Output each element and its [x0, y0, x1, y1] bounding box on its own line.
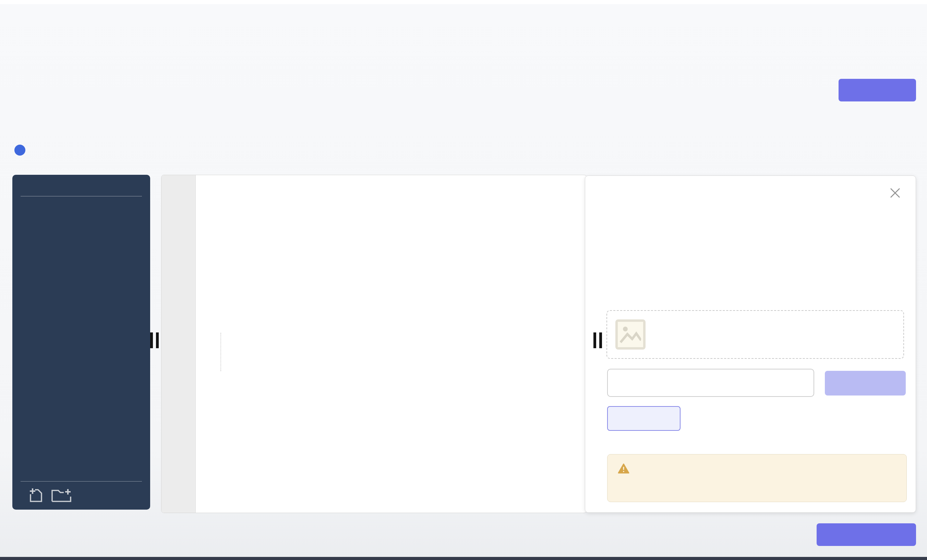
icon-url-input[interactable]	[607, 369, 814, 397]
git-help-row[interactable]	[14, 145, 33, 156]
sidebar-resize-handle[interactable]	[150, 332, 159, 348]
save-release-button[interactable]	[817, 523, 916, 546]
yaml-editor[interactable]	[161, 175, 587, 513]
editor-gutter	[161, 175, 196, 513]
new-file-icon[interactable]	[27, 487, 44, 504]
promote-button[interactable]	[839, 79, 916, 102]
sidebar-divider	[21, 196, 142, 196]
image-placeholder-icon	[615, 319, 646, 349]
help-resize-handle[interactable]	[593, 332, 602, 348]
file-sidebar	[12, 175, 150, 510]
new-folder-icon[interactable]	[51, 487, 72, 504]
indent-guide	[220, 333, 221, 371]
breadcrumb	[14, 15, 23, 26]
preflight-warning-box	[607, 454, 907, 502]
warning-icon	[618, 463, 629, 473]
icon-dropzone[interactable]	[606, 310, 904, 359]
sidebar-actions	[12, 481, 150, 510]
bottom-strip	[0, 557, 927, 560]
release-editor-page	[0, 0, 927, 560]
cancel-button[interactable]	[607, 406, 681, 431]
preview-button[interactable]	[825, 371, 906, 396]
close-icon[interactable]	[890, 187, 901, 199]
help-panel	[585, 176, 916, 513]
question-mark-icon	[14, 145, 25, 156]
top-strip	[0, 0, 927, 4]
